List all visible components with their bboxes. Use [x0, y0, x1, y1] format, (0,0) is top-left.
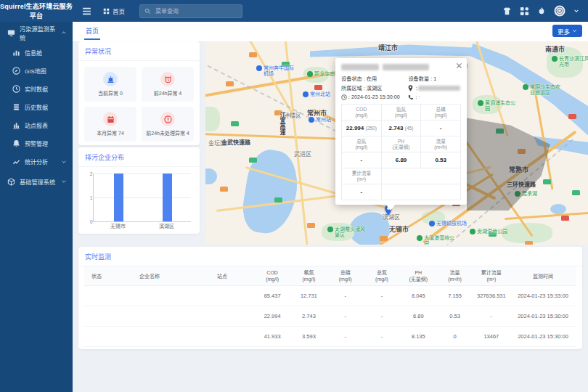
sidebar-item-5[interactable]: 预警管理	[0, 134, 73, 152]
sidebar-group-0[interactable]: 污染源监测系统	[0, 22, 73, 44]
column-header: 氨氮(mg/l)	[290, 269, 327, 282]
table-row[interactable]: 22.9942.743--6.890.53-2024-01-23 15:30:0…	[84, 306, 576, 327]
x-axis-label: 滨湖区	[159, 222, 174, 229]
sidebar-menu: 污染源监测系统信息舱GIS地图实时数据历史数据站点报表预警管理统计分析基础管理系…	[0, 22, 73, 192]
road-badge	[307, 223, 315, 228]
metric-header-cell: 总氮(mg/l)	[342, 136, 382, 152]
map-poi-blue-text: 常州北站	[310, 91, 330, 97]
tp-cell: -	[327, 313, 364, 319]
tab-active-underline	[84, 38, 100, 40]
map-poi-green: 太湖鼋头渚风景区	[327, 226, 365, 238]
chart-gridline	[94, 197, 191, 198]
sidebar-group-1[interactable]: 基础管理系统	[0, 171, 73, 192]
cod-cell: 65.437	[254, 293, 290, 299]
metric-value-cell: -	[342, 152, 382, 168]
column-header: 监测时间	[510, 273, 576, 279]
system-icon	[7, 178, 15, 186]
alert-icon	[12, 139, 20, 147]
sidebar-item-3[interactable]: 历史数据	[0, 98, 73, 116]
menu-search[interactable]	[139, 4, 242, 18]
sidebar-group-label: 污染源监测系统	[20, 24, 57, 41]
flow-cell: 7.155	[436, 293, 473, 299]
metric-header-cell: 累计流量(m³)	[342, 168, 382, 184]
popup-close-icon[interactable]	[456, 62, 462, 69]
cod-cell: 22.994	[254, 313, 290, 319]
table-header-row: 状态企业名称站点COD(mg/l)氨氮(mg/l)总磷(mg/l)总氮(mg/l…	[84, 266, 576, 286]
address-field-redacted: :	[408, 84, 461, 91]
column-header: COD(mg/l)	[254, 269, 290, 282]
map-district-label: 武进区	[294, 150, 311, 158]
device-status-field: 设备状态: 在用	[341, 75, 408, 82]
table-body: 65.43712.731--8.0457.155327636.5312024-0…	[84, 286, 576, 347]
more-button[interactable]: 更多	[552, 25, 582, 37]
table-row[interactable]: 65.43712.731--8.0457.155327636.5312024-0…	[84, 286, 576, 306]
transport-icon	[429, 221, 435, 226]
tab-home[interactable]: 首页	[86, 22, 99, 40]
time-cell: 2024-01-23 15:30:00	[510, 333, 576, 340]
metric-header-cell: 流量(m³/h)	[421, 136, 461, 152]
road-badge	[380, 236, 388, 241]
enterprise-distribution-title: 排污企业分布	[78, 147, 200, 167]
sidebar-item-label: 实时数据	[25, 85, 48, 93]
stat-card-1[interactable]: 前24h异常 4	[142, 67, 194, 102]
map-poi-green: 贡湖湿地公园	[470, 229, 507, 234]
ph-cell: 6.89	[400, 313, 436, 319]
map-poi-green-text: 太湖鼋头渚风景区	[335, 226, 365, 238]
sidebar-item-label: 历史数据	[25, 103, 48, 111]
y-axis-tick: 0	[90, 219, 93, 224]
sidebar-item-4[interactable]: 站点报表	[0, 116, 73, 134]
road-badge	[572, 190, 580, 195]
realtime-monitor-card: 实时监测 状态企业名称站点COD(mg/l)氨氮(mg/l)总磷(mg/l)总氮…	[78, 247, 582, 349]
sidebar-item-0[interactable]: 信息舱	[0, 44, 73, 62]
park-area	[205, 107, 220, 131]
stat-card-label: 前24h未处理异常 4	[146, 129, 189, 136]
map-poi-green-text: 大溪港湿地公园	[424, 235, 454, 245]
enterprise-distribution-card: 排污企业分布 210无锡市滨湖区	[78, 147, 200, 234]
table-row[interactable]: 41.9333.593--8.1350134672024-01-23 15:30…	[84, 327, 576, 347]
header-actions	[502, 5, 588, 17]
abnormal-status-title: 异常状况	[78, 41, 200, 61]
phone-icon	[408, 94, 414, 100]
road-badge	[220, 187, 228, 192]
stat-card-0[interactable]: 当前异常 0	[84, 67, 136, 102]
transport-icon	[256, 65, 262, 71]
chevron-down-icon[interactable]	[573, 8, 579, 14]
compass-icon	[12, 67, 20, 75]
map-district-label: 钟楼区	[284, 111, 301, 119]
popup-tail	[385, 204, 396, 216]
total_flow-cell: 13467	[473, 333, 510, 340]
search-input[interactable]	[154, 7, 237, 15]
region-field: 所属区域: 滨湖区	[341, 84, 408, 91]
time-field: : 2024-01-23 15:30:00	[341, 94, 408, 100]
clock-icon	[341, 94, 347, 100]
leaf-icon	[417, 235, 422, 241]
sidebar-item-2[interactable]: 实时数据	[0, 80, 73, 98]
abnormal-status-card: 异常状况 当前异常 0前24h异常 4本月异常 74前24h未处理异常 4	[78, 41, 200, 145]
top-header: Squirrel生态环境云服务平台 首页	[0, 0, 588, 22]
sidebar-item-1[interactable]: GIS地图	[0, 62, 73, 80]
gis-map[interactable]: 靖江市南通市常州市无锡市常熟市金坛区武进区钟楼区滨湖区金武快速路江宜高速三环快速…	[205, 41, 588, 245]
breadcrumb[interactable]: 首页	[103, 7, 125, 15]
stat-card-3[interactable]: 前24h未处理异常 4	[142, 107, 194, 142]
transport-icon	[303, 91, 309, 97]
ammonia-cell: 12.731	[290, 293, 327, 299]
chevron-up-icon	[61, 30, 67, 36]
chart-gridline	[94, 173, 191, 174]
user-avatar[interactable]	[554, 5, 565, 17]
phone-field: : ·	[408, 94, 461, 100]
theme-skin-icon[interactable]	[502, 7, 512, 16]
layout-components-icon[interactable]	[520, 7, 529, 16]
sidebar-item-6[interactable]: 统计分析	[0, 152, 73, 171]
flame-icon[interactable]	[537, 7, 546, 15]
map-poi-green-text: 黄泗浦生态公园	[485, 100, 515, 112]
metric-empty-cell	[382, 184, 461, 200]
map-poi-green-text: 贡湖湿地公园	[477, 229, 507, 234]
road-badge	[525, 241, 533, 245]
road-badge	[568, 114, 576, 119]
stat-card-2[interactable]: 本月异常 74	[84, 107, 136, 142]
hamburger-menu-icon[interactable]	[81, 6, 91, 16]
time-cell: 2024-01-23 15:33:00	[510, 293, 576, 299]
clock-icon	[12, 85, 20, 93]
time-cell: 2024-01-23 15:30:00	[510, 313, 576, 319]
sidebar-item-label: 信息舱	[25, 49, 42, 57]
